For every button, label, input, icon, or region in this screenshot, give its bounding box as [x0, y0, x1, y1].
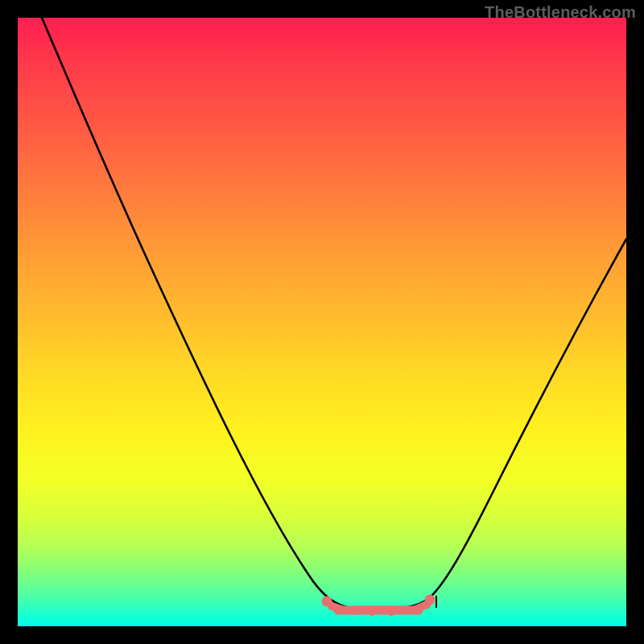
bottleneck-curve: [42, 18, 626, 609]
svg-line-1: [332, 606, 341, 609]
plot-area: [18, 18, 626, 626]
chart-frame: TheBottleneck.com: [0, 0, 644, 644]
svg-point-6: [368, 608, 376, 616]
svg-point-4: [425, 595, 436, 605]
svg-point-5: [349, 607, 357, 615]
svg-point-8: [405, 606, 413, 614]
chart-svg: [18, 18, 626, 626]
svg-point-7: [387, 608, 395, 616]
svg-point-3: [322, 597, 332, 607]
optimal-band: [322, 595, 436, 617]
watermark-text: TheBottleneck.com: [485, 3, 636, 22]
svg-line-2: [415, 605, 427, 609]
